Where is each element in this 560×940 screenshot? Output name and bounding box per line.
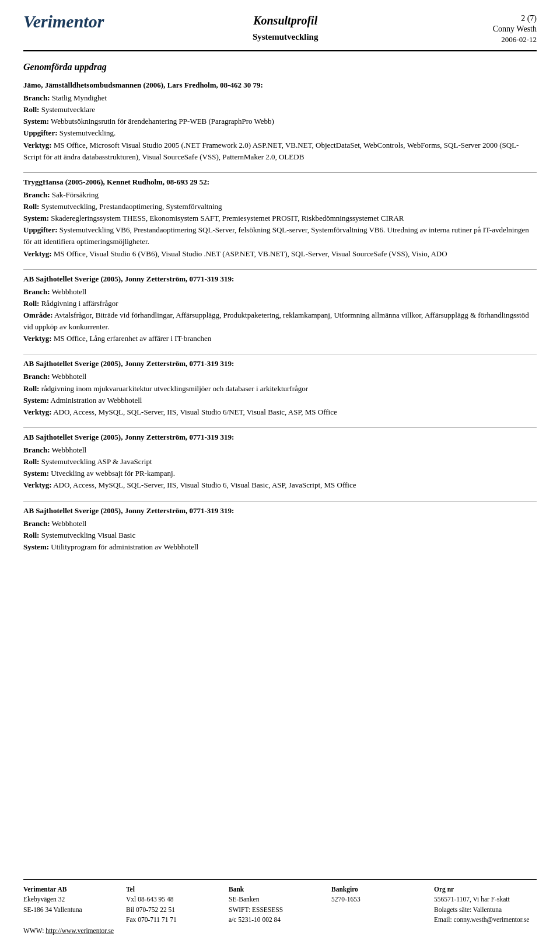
assignment-6-title: AB Sajthotellet Sverige (2005), Jonny Ze… — [23, 506, 537, 516]
footer-bank-ac: a/c 5231-10 002 84 — [229, 915, 331, 925]
section-heading: Genomförda uppdrag — [23, 62, 537, 72]
header-name: Conny Westh — [467, 25, 537, 34]
divider-2 — [23, 269, 537, 270]
assignment-5: AB Sajthotellet Sverige (2005), Jonny Ze… — [23, 433, 537, 492]
assignment-4: AB Sajthotellet Sverige (2005), Jonny Ze… — [23, 359, 537, 418]
footer-address: Ekebyvägen 32 — [23, 894, 126, 904]
header-right: 2 (7) Conny Westh 2006-02-12 — [467, 12, 537, 44]
assignment-1-title: Jämo, Jämställdhetsombudsmannen (2006), … — [23, 81, 537, 90]
divider-3 — [23, 354, 537, 354]
assignment-3-title: AB Sajthotellet Sverige (2005), Jonny Ze… — [23, 274, 537, 284]
assignment-4-body: Branch: Webbhotell Roll: rådgivning inom… — [23, 371, 537, 418]
assignment-6-body: Branch: Webbhotell Roll: Systemutvecklin… — [23, 518, 537, 553]
divider-1 — [23, 172, 537, 173]
header-subtitle: Systemutveckling — [104, 32, 467, 42]
footer-orgnr-label: Org nr — [434, 885, 537, 894]
assignment-2: TryggHansa (2005-2006), Kennet Rudholm, … — [23, 177, 537, 260]
header-page: 2 (7) — [467, 14, 537, 23]
header: Verimentor Verimentor Konsultprofil Syst… — [23, 12, 537, 51]
footer-top: Verimentar AB Ekebyvägen 32 SE-186 34 Va… — [23, 885, 537, 925]
footer-col-orgnr: Org nr 556571-1107, Vi har F-skatt Bolag… — [434, 885, 537, 925]
footer-tel-bil: Bil 070-752 22 51 — [126, 905, 229, 915]
assignment-3: AB Sajthotellet Sverige (2005), Jonny Ze… — [23, 274, 537, 345]
footer-col-tel: Tel Vxl 08-643 95 48 Bil 070-752 22 51 F… — [126, 885, 229, 925]
footer-company-name: Verimentar AB — [23, 885, 126, 894]
footer-www-url[interactable]: http://www.verimentor.se — [46, 927, 114, 934]
assignment-1-body: Branch: Statlig Myndighet Roll: Systemut… — [23, 92, 537, 163]
footer-www: WWW: http://www.verimentor.se — [23, 927, 537, 934]
page: Verimentor Verimentor Konsultprofil Syst… — [0, 0, 560, 940]
footer-www-label: WWW: — [23, 927, 44, 934]
assignment-2-body: Branch: Sak-Försäkring Roll: Systemutvec… — [23, 189, 537, 260]
header-center: Konsultprofil Systemutveckling — [104, 12, 467, 42]
header-title: Konsultprofil — [104, 14, 467, 27]
footer-tel-vxl: Vxl 08-643 95 48 — [126, 894, 229, 904]
assignment-5-body: Branch: Webbhotell Roll: Systemutvecklin… — [23, 444, 537, 492]
assignment-6: AB Sajthotellet Sverige (2005), Jonny Ze… — [23, 506, 537, 553]
footer-orgnr-value: 556571-1107, Vi har F-skatt — [434, 894, 537, 904]
header-date: 2006-02-12 — [467, 35, 537, 44]
divider-5 — [23, 501, 537, 502]
footer-bankgiro-value: 5270-1653 — [331, 894, 434, 904]
footer: Verimentar AB Ekebyvägen 32 SE-186 34 Va… — [23, 879, 537, 934]
footer-orgnr-site: Bolagets säte: Vallentuna — [434, 905, 537, 915]
footer-city: SE-186 34 Vallentuna — [23, 905, 126, 915]
assignment-1: Jämo, Jämställdhetsombudsmannen (2006), … — [23, 81, 537, 163]
assignment-5-title: AB Sajthotellet Sverige (2005), Jonny Ze… — [23, 433, 537, 442]
divider-4 — [23, 427, 537, 428]
footer-bank-name: SE-Banken — [229, 894, 331, 904]
logo-text: Verimentor — [23, 12, 104, 32]
footer-bank-label: Bank — [229, 885, 331, 894]
assignment-2-title: TryggHansa (2005-2006), Kennet Rudholm, … — [23, 177, 537, 187]
assignments-list: Jämo, Jämställdhetsombudsmannen (2006), … — [23, 81, 537, 553]
assignment-3-body: Branch: Webbhotell Roll: Rådgivning i af… — [23, 286, 537, 345]
assignment-4-title: AB Sajthotellet Sverige (2005), Jonny Ze… — [23, 359, 537, 368]
footer-bank-swift: SWIFT: ESSESESS — [229, 905, 331, 915]
footer-col-bankgiro: Bankgiro 5270-1653 — [331, 885, 434, 925]
logo-area: Verimentor Verimentor — [23, 12, 104, 32]
footer-bankgiro-label: Bankgiro — [331, 885, 434, 894]
footer-col-bank: Bank SE-Banken SWIFT: ESSESESS a/c 5231-… — [229, 885, 331, 925]
footer-orgnr-email: Email: conny.westh@verimentor.se — [434, 915, 537, 925]
footer-tel-label: Tel — [126, 885, 229, 894]
footer-tel-fax: Fax 070-711 71 71 — [126, 915, 229, 925]
footer-col-company: Verimentar AB Ekebyvägen 32 SE-186 34 Va… — [23, 885, 126, 925]
